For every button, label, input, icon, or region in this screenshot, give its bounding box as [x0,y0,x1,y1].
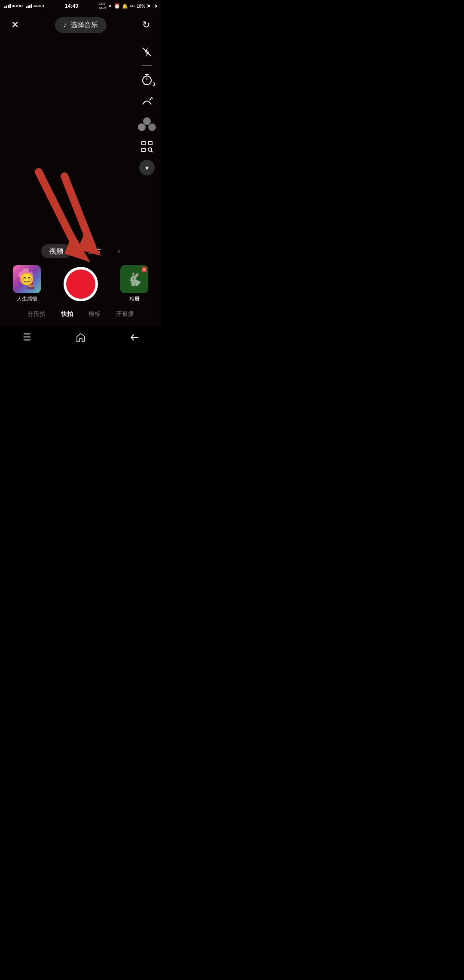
music-note-icon: ♪ [64,21,67,29]
status-right: 18.6KB/s ⚭ ⏰ 🔔 4G 18% [99,2,157,10]
signal-2 [26,4,32,8]
record-button[interactable] [64,267,98,301]
recent-video-wrapper: 🌸 💄 😊 人生感悟 [13,265,41,303]
mode-tab-quick[interactable]: 快拍 [59,309,75,320]
bottom-section: 视频 照片 › 🌸 💄 😊 人生感悟 [0,244,161,323]
expand-tools-button[interactable]: ▾ [139,160,155,175]
svg-point-7 [152,98,153,99]
close-button[interactable]: ✕ [6,16,24,34]
status-bar: 4GHD 4GHD 14:43 18.6KB/s ⚭ ⏰ 🔔 4G 18% [0,0,161,12]
recent-video-label: 人生感悟 [17,295,37,303]
shooting-mode-tabs: 分段拍 快拍 模板 开直播 [0,309,161,320]
music-select-button[interactable]: ♪ 选择音乐 [55,17,107,33]
nav-menu-button[interactable]: ☰ [0,325,54,349]
scan-button[interactable] [138,138,156,156]
alarm-icon: ⏰ [114,3,120,9]
mode-tab-segmented[interactable]: 分段拍 [26,309,47,320]
camera-controls-row: 🌸 💄 😊 人生感悟 🐇 ● 相册 [0,265,161,303]
beauty-icon [141,96,153,108]
color-filter-icon [138,117,156,131]
svg-point-8 [151,97,152,98]
nav-home-button[interactable] [54,325,107,349]
camera-flip-button[interactable]: ↻ [137,16,155,34]
top-bar: ✕ ♪ 选择音乐 ↻ [0,12,161,38]
svg-rect-11 [142,148,145,152]
mode-tab-template[interactable]: 模板 [87,309,102,320]
mode-tab-live[interactable]: 开直播 [114,309,136,320]
mode-more-arrow[interactable]: › [118,247,120,256]
bell-icon: 🔔 [122,3,128,9]
record-button-wrapper [64,267,98,301]
svg-line-13 [151,151,153,152]
flash-icon [141,46,153,58]
album-label: 相册 [129,295,140,303]
svg-rect-10 [149,141,152,145]
navigation-bar: ☰ [0,325,161,349]
menu-icon: ☰ [23,332,31,343]
timer-icon: 3 [139,71,155,88]
network-speed: 18.6KB/s [99,2,106,10]
album-wrapper: 🐇 ● 相册 [120,265,148,303]
signal-label-2: 4GHD [34,4,44,8]
home-icon [76,332,86,343]
beauty-button[interactable] [138,93,156,111]
timer-badge: 3 [153,82,155,87]
nav-back-button[interactable] [107,325,161,349]
battery-percent: 18% [137,4,145,9]
svg-point-12 [148,148,152,151]
down-arrow-icon: ▾ [145,164,149,172]
right-tools-panel: 3 ▾ [138,43,156,175]
refresh-icon: ↻ [142,19,150,31]
mode-tabs: 视频 照片 › [0,244,161,258]
recent-video-thumbnail[interactable]: 🌸 💄 😊 [13,265,41,293]
record-button-inner [66,270,95,299]
svg-rect-9 [142,141,145,145]
signal-1 [4,4,11,8]
mode-tab-video[interactable]: 视频 [41,244,71,258]
timer-button[interactable]: 3 [138,70,156,89]
bluetooth-icon: ⚭ [108,3,112,9]
music-label: 选择音乐 [70,21,98,30]
album-button[interactable]: 🐇 ● [120,265,148,293]
color-filter-button[interactable] [138,115,156,133]
signal-label-1: 4GHD [12,4,23,8]
flash-button[interactable] [138,43,156,61]
battery-indicator [147,4,157,8]
svg-point-6 [150,98,151,100]
separator [142,65,152,66]
status-left: 4GHD 4GHD [4,4,44,8]
network-type: 4G [130,4,135,8]
time-display: 14:43 [65,3,78,9]
mode-tab-photo[interactable]: 照片 [84,245,105,257]
scan-icon [141,141,153,153]
close-icon: ✕ [11,19,19,31]
back-icon [129,332,140,343]
